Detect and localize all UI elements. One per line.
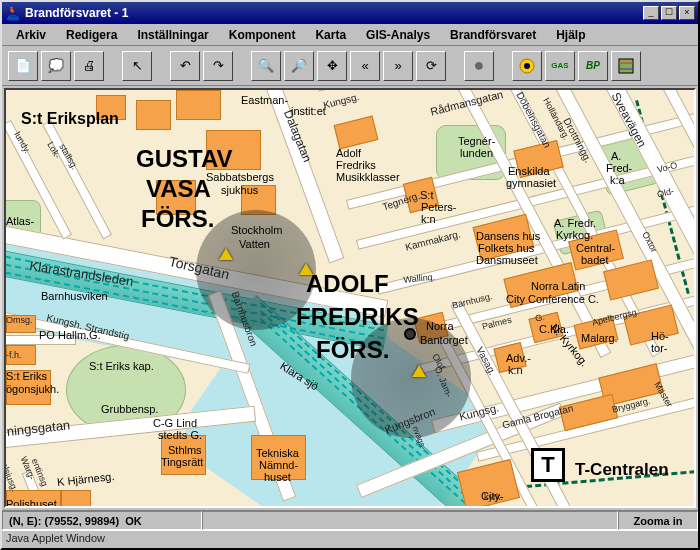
map-label: Tingsrätt — [161, 456, 203, 468]
district-label: VASA — [146, 175, 211, 203]
menu-hjälp[interactable]: Hjälp — [546, 26, 595, 44]
warning-marker-icon[interactable] — [412, 365, 426, 377]
map-label: Sabbatsbergs — [206, 171, 274, 183]
map-label: lunden — [460, 147, 493, 159]
status-bar: (N, E): (79552, 99894) OK Zooma in — [2, 510, 698, 530]
map-label: Polishuset — [6, 498, 57, 508]
app-window: Brandförsvaret - 1 _ ☐ × ArkivRedigeraIn… — [0, 0, 700, 550]
map-label: Stockholm — [231, 224, 282, 236]
menu-redigera[interactable]: Redigera — [56, 26, 127, 44]
map-label: Grubbensp. — [101, 403, 158, 415]
badge-icon[interactable] — [512, 51, 542, 81]
district-label: ADOLF — [306, 270, 389, 298]
map-label: Eastman- — [241, 94, 288, 106]
map-label: Fred- — [606, 162, 632, 174]
svg-point-1 — [7, 18, 19, 20]
map-label: Atlas- — [6, 215, 34, 227]
district-label: FREDRIKS — [296, 303, 419, 331]
undo-icon[interactable]: ↶ — [170, 51, 200, 81]
map-label: tor- — [651, 342, 668, 354]
map-label: Fredriks — [336, 159, 376, 171]
menu-karta[interactable]: Karta — [305, 26, 356, 44]
map-label: Enskilda — [508, 165, 550, 177]
map-label: Dansmuseet — [476, 254, 538, 266]
map-label: Central- — [576, 242, 615, 254]
toolbar: 📄💭🖨↖↶↷🔍🔎✥«»⟳●GASBP — [2, 46, 698, 86]
applet-bar: Java Applet Window — [2, 530, 698, 548]
document-icon[interactable]: 📄 — [8, 51, 38, 81]
gas-icon[interactable]: GAS — [545, 51, 575, 81]
map-label: S:t Eriksplan — [21, 110, 119, 128]
map-label: Barnhusviken — [41, 290, 108, 302]
map-label: k:n — [421, 213, 436, 225]
map-label: stedts G. — [158, 429, 202, 441]
zoom-in-icon[interactable]: 🔍 — [251, 51, 281, 81]
map-label: Dansens hus — [476, 230, 540, 242]
map-label: A. — [611, 150, 621, 162]
map-label: Musikklasser — [336, 171, 400, 183]
bp-icon[interactable]: BP — [578, 51, 608, 81]
map-label: A. Fredr. — [554, 217, 596, 229]
window-buttons: _ ☐ × — [643, 6, 695, 20]
zoom-out-icon[interactable]: 🔎 — [284, 51, 314, 81]
map-label: C-G Lind — [153, 417, 197, 429]
status-mode: Zooma in — [618, 511, 698, 530]
menu-gis-analys[interactable]: GIS-Analys — [356, 26, 440, 44]
map-label: Peters- — [421, 201, 456, 213]
district-label: FÖRS. — [141, 205, 214, 233]
pan-icon[interactable]: ✥ — [317, 51, 347, 81]
print-icon[interactable]: 🖨 — [74, 51, 104, 81]
window-title: Brandförsvaret - 1 — [25, 6, 643, 20]
layers-icon[interactable] — [611, 51, 641, 81]
pointer-icon[interactable]: ↖ — [122, 51, 152, 81]
map-canvas: T GUSTAVVASAFÖRS.ADOLFFREDRIKSFÖRS.S:t E… — [6, 90, 694, 506]
map-label: Bantorget — [420, 334, 468, 346]
map-label: Hö- — [651, 330, 669, 342]
district-label: FÖRS. — [316, 336, 389, 364]
menu-inställningar[interactable]: Inställningar — [127, 26, 218, 44]
map-label: S:t Eriks kap. — [89, 360, 154, 372]
menu-brandförsvaret[interactable]: Brandförsvaret — [440, 26, 546, 44]
map-label: k:a — [610, 174, 625, 186]
back-icon[interactable]: « — [350, 51, 380, 81]
svg-point-3 — [524, 63, 530, 69]
menu-arkiv[interactable]: Arkiv — [6, 26, 56, 44]
map-label: Adolf — [336, 147, 361, 159]
svg-rect-4 — [619, 59, 633, 73]
road-label: -f.h. — [6, 350, 22, 360]
maximize-button[interactable]: ☐ — [661, 6, 677, 20]
redo-icon[interactable]: ↷ — [203, 51, 233, 81]
map-label: sjukhus — [221, 184, 258, 196]
map-label: T-Centralen — [575, 460, 669, 480]
road-label: kyrk. — [484, 492, 503, 502]
map-label: k:n — [508, 364, 523, 376]
map-label: Kyrkog. — [556, 229, 593, 241]
forward-icon[interactable]: » — [383, 51, 413, 81]
refresh-icon[interactable]: ⟳ — [416, 51, 446, 81]
map-label: S:t Eriks — [6, 370, 47, 382]
info-icon[interactable]: 💭 — [41, 51, 71, 81]
warning-marker-icon[interactable] — [219, 248, 233, 260]
title-bar: Brandförsvaret - 1 _ ☐ × — [2, 2, 698, 24]
map-label: Adv.- — [506, 352, 531, 364]
map-label: Nämnd- — [259, 459, 298, 471]
status-spacer — [202, 511, 618, 530]
t-station-icon: T — [531, 448, 565, 482]
menu-bar: ArkivRedigeraInställningarKomponentKarta… — [2, 24, 698, 46]
map-label: Vatten — [239, 238, 270, 250]
map-label: Norra Latin — [531, 280, 585, 292]
map-label: gymnasiet — [506, 177, 556, 189]
map-label: Sthlms — [168, 444, 202, 456]
circle-icon[interactable]: ● — [464, 51, 494, 81]
minimize-button[interactable]: _ — [643, 6, 659, 20]
java-icon — [5, 5, 21, 21]
map-viewport[interactable]: T GUSTAVVASAFÖRS.ADOLFFREDRIKSFÖRS.S:t E… — [4, 88, 696, 508]
map-label: Tekniska — [256, 447, 299, 459]
map-label: huset — [264, 471, 291, 483]
close-button[interactable]: × — [679, 6, 695, 20]
menu-komponent[interactable]: Komponent — [219, 26, 306, 44]
map-label: Norra — [426, 320, 454, 332]
map-label: Malarg. — [581, 332, 618, 344]
map-label: S:t — [420, 189, 433, 201]
map-label: City Conference C. — [506, 293, 599, 305]
